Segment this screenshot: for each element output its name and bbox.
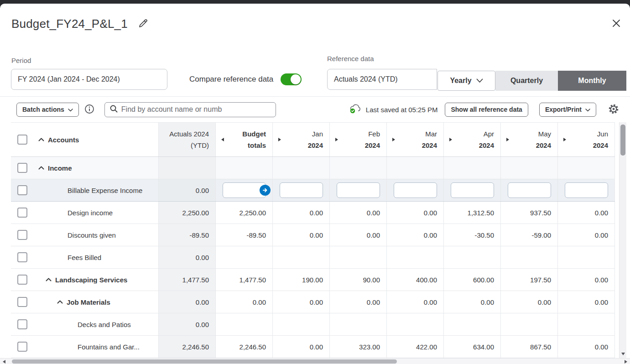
feb-cell[interactable]: 0.00 [330, 224, 387, 246]
budget-cell[interactable] [216, 313, 273, 335]
table-row[interactable]: Design income2,250.002,250.000.000.000.0… [11, 202, 615, 224]
actuals-cell[interactable]: 2,246.50 [159, 336, 216, 358]
actuals-cell[interactable]: 0.00 [159, 246, 216, 268]
may-cell[interactable] [501, 157, 558, 179]
collapse-group-icon[interactable] [38, 166, 44, 170]
reference-data-input[interactable]: Actuals 2024 (YTD) [327, 69, 437, 90]
row-checkbox[interactable] [17, 275, 27, 285]
jun-cell[interactable]: 0.00 [558, 202, 615, 224]
jan-cell[interactable]: 0.00 [273, 224, 330, 246]
actuals-cell[interactable]: -89.50 [159, 224, 216, 246]
jun-input[interactable] [565, 182, 608, 198]
expand-column-icon[interactable] [506, 138, 509, 141]
copy-across-button[interactable] [260, 185, 271, 196]
mar-cell[interactable] [387, 157, 444, 179]
mar-cell[interactable]: 400.00 [387, 269, 444, 291]
feb-cell[interactable] [330, 246, 387, 268]
yearly-dropdown[interactable]: Yearly [437, 71, 495, 91]
jan-cell[interactable] [273, 313, 330, 335]
info-button[interactable] [84, 104, 94, 115]
vertical-scrollbar-thumb[interactable] [620, 125, 625, 156]
row-checkbox[interactable] [17, 297, 27, 307]
table-row[interactable]: Landscaping Services1,477.501,477.50190.… [11, 269, 615, 291]
feb-cell[interactable] [330, 313, 387, 335]
select-all-checkbox[interactable] [17, 135, 27, 145]
budget-cell[interactable]: -89.50 [216, 224, 273, 246]
actuals-cell[interactable]: 0.00 [159, 179, 216, 201]
may-cell[interactable] [501, 313, 558, 335]
feb-cell[interactable]: 90.00 [330, 269, 387, 291]
tab-quarterly[interactable]: Quarterly [495, 71, 558, 91]
expand-column-icon[interactable] [278, 138, 281, 141]
apr-cell[interactable]: -30.50 [444, 224, 501, 246]
budget-cell[interactable] [216, 157, 273, 179]
table-row[interactable]: Fountains and Gar...2,246.502,246.500.00… [11, 336, 615, 358]
apr-cell[interactable] [444, 313, 501, 335]
collapse-column-icon[interactable] [221, 138, 224, 141]
jun-cell[interactable] [558, 157, 615, 179]
horizontal-scrollbar[interactable] [0, 358, 630, 364]
row-checkbox[interactable] [17, 185, 27, 195]
search-input[interactable] [121, 105, 271, 114]
may-cell[interactable]: 197.50 [501, 269, 558, 291]
apr-cell[interactable]: 600.00 [444, 269, 501, 291]
may-cell[interactable]: -59.00 [501, 224, 558, 246]
budget-cell[interactable]: 2,246.50 [216, 336, 273, 358]
jan-input[interactable] [280, 182, 323, 198]
apr-cell[interactable]: 1,312.50 [444, 202, 501, 224]
expand-column-icon[interactable] [335, 138, 338, 141]
mar-cell[interactable]: 0.00 [387, 224, 444, 246]
feb-cell[interactable]: 0.00 [330, 202, 387, 224]
may-input[interactable] [508, 182, 551, 198]
edit-title-button[interactable] [138, 18, 149, 30]
feb-cell[interactable]: 0.00 [330, 291, 387, 313]
apr-cell[interactable] [444, 157, 501, 179]
may-cell[interactable]: 937.50 [501, 202, 558, 224]
apr-cell[interactable]: 634.00 [444, 336, 501, 358]
jan-cell[interactable]: 0.00 [273, 336, 330, 358]
mar-cell[interactable]: 0.00 [387, 291, 444, 313]
jan-cell[interactable] [273, 157, 330, 179]
mar-cell[interactable] [387, 246, 444, 268]
feb-input[interactable] [337, 182, 380, 198]
jun-cell[interactable]: 0.00 [558, 291, 615, 313]
jan-cell[interactable]: 0.00 [273, 291, 330, 313]
expand-column-icon[interactable] [563, 138, 566, 141]
expand-column-icon[interactable] [449, 138, 452, 141]
period-input[interactable]: FY 2024 (Jan 2024 - Dec 2024) [11, 69, 167, 90]
table-row[interactable]: Income [11, 157, 615, 179]
collapse-group-icon[interactable] [38, 138, 44, 142]
table-row[interactable]: Job Materials0.000.000.000.000.000.000.0… [11, 291, 615, 313]
budget-cell[interactable] [216, 246, 273, 268]
jun-cell[interactable]: 0.00 [558, 224, 615, 246]
jan-cell[interactable] [273, 246, 330, 268]
jan-cell[interactable]: 0.00 [273, 202, 330, 224]
row-checkbox[interactable] [17, 163, 27, 173]
row-checkbox[interactable] [17, 252, 27, 262]
vertical-scrollbar[interactable] [619, 122, 626, 358]
jun-cell[interactable]: 0.00 [558, 269, 615, 291]
jan-cell[interactable]: 190.00 [273, 269, 330, 291]
feb-cell[interactable] [330, 157, 387, 179]
budget-cell[interactable]: 0.00 [216, 291, 273, 313]
settings-button[interactable] [608, 104, 619, 116]
apr-cell[interactable]: 0.00 [444, 291, 501, 313]
actuals-cell[interactable]: 0.00 [159, 291, 216, 313]
show-all-reference-data-button[interactable]: Show all reference data [445, 103, 528, 117]
table-row[interactable]: Discounts given-89.50-89.500.000.000.00-… [11, 224, 615, 246]
jun-cell[interactable] [558, 246, 615, 268]
may-cell[interactable] [501, 246, 558, 268]
collapse-group-icon[interactable] [46, 278, 52, 282]
horizontal-scrollbar-thumb[interactable] [12, 359, 397, 364]
expand-column-icon[interactable] [392, 138, 395, 141]
row-checkbox[interactable] [17, 230, 27, 240]
feb-cell[interactable]: 323.00 [330, 336, 387, 358]
scroll-down-arrow-icon[interactable] [621, 353, 625, 355]
row-checkbox[interactable] [17, 208, 27, 218]
table-row[interactable]: Decks and Patios0.00 [11, 313, 615, 336]
mar-cell[interactable]: 422.00 [387, 336, 444, 358]
tab-monthly[interactable]: Monthly [558, 71, 626, 91]
actuals-cell[interactable]: 0.00 [159, 313, 216, 335]
actuals-cell[interactable] [159, 157, 216, 179]
jun-cell[interactable] [558, 313, 615, 335]
